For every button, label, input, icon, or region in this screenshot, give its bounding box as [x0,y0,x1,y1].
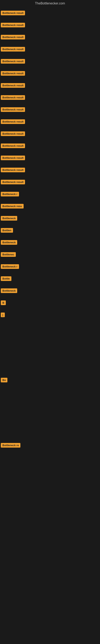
bottleneck-item: Bottleneck result [0,7,100,19]
bottleneck-badge[interactable]: Bottleneck result [1,180,25,184]
bottleneck-badge[interactable]: Bottleneck [1,240,17,245]
empty-row [0,422,100,439]
bottleneck-item: Bottleneck result [0,79,100,91]
empty-row [0,451,100,469]
bottleneck-item: Bottleneck result [0,128,100,140]
bottleneck-item: Bottleneck result [0,55,100,67]
bottleneck-badge[interactable]: Bottleneck result [1,107,25,112]
empty-row [0,469,100,486]
bottleneck-item: Bottleneck re [0,439,100,451]
empty-row [0,321,100,338]
bottleneck-item: Bo [0,374,100,386]
bottleneck-badge[interactable]: Bottleneck result [1,132,25,136]
bottleneck-item: Bottleneck result [0,31,100,43]
bottleneck-item: Bottleneck result [0,140,100,152]
bottleneck-badge[interactable]: Bottleneck result [1,35,25,40]
bottleneck-item: Bottleneck r [0,188,100,200]
bottleneck-item: Bottleneck result [0,104,100,116]
bottleneck-item: | [0,309,100,321]
bottleneck-item: Bottleneck result [0,43,100,55]
bottleneck-item: Bottleneck [0,284,100,297]
bottleneck-badge[interactable]: Bottleneck [1,288,17,293]
bottleneck-badge[interactable]: Bottle [1,276,11,281]
bottleneck-item: Bottleneck result [0,91,100,104]
bottleneck-badge[interactable]: | [1,312,5,317]
bottleneck-badge[interactable]: Bottleneck r [1,192,19,196]
bottleneck-item: Bottleneck result [0,116,100,128]
bottleneck-badge[interactable]: Bottleneck [1,216,17,220]
bottleneck-item: B [0,297,100,309]
bottleneck-badge[interactable]: Bottleneck re [1,443,20,448]
bottleneck-badge[interactable]: Bo [1,378,7,382]
bottleneck-badge[interactable]: Bottleneck result [1,71,25,76]
bottleneck-badge[interactable]: Bottleneck result [1,83,25,88]
empty-row [0,404,100,422]
bottleneck-item: Bottleneck [0,236,100,248]
bottleneck-badge[interactable]: Bottleneck r [1,264,19,269]
bottleneck-badge[interactable]: Bottlenec [1,252,16,257]
bottleneck-badge[interactable]: Bottlen [1,228,13,233]
site-title: TheBottlenecker.com [0,0,100,7]
bottleneck-badge[interactable]: Bottleneck resu [1,204,24,208]
empty-row [0,338,100,356]
empty-row [0,356,100,374]
bottleneck-item: Bottleneck r [0,260,100,272]
bottleneck-item: Bottlenec [0,248,100,260]
bottleneck-item: Bottleneck resu [0,200,100,212]
bottleneck-badge[interactable]: Bottleneck result [1,156,25,160]
bottleneck-badge[interactable]: Bottleneck result [1,168,25,172]
bottleneck-item: Bottleneck [0,212,100,224]
bottleneck-badge[interactable]: Bottleneck result [1,119,25,124]
bottleneck-item: Bottleneck result [0,176,100,188]
bottleneck-item: Bottleneck result [0,67,100,79]
bottleneck-badge[interactable]: Bottleneck result [1,95,25,100]
bottleneck-badge[interactable]: Bottleneck result [1,11,25,15]
bottleneck-badge[interactable]: Bottleneck result [1,23,25,27]
bottleneck-badge[interactable]: Bottleneck result [1,59,25,64]
bottleneck-item: Bottlen [0,224,100,236]
bottleneck-badge[interactable]: Bottleneck result [1,47,25,52]
bottleneck-badge[interactable]: B [1,300,6,305]
bottleneck-item: Bottleneck result [0,164,100,176]
bottleneck-item: Bottleneck result [0,152,100,164]
bottleneck-item: Bottleneck result [0,19,100,31]
bottleneck-item: Bottle [0,272,100,284]
empty-row [0,386,100,404]
bottleneck-badge[interactable]: Bottleneck result [1,144,25,148]
